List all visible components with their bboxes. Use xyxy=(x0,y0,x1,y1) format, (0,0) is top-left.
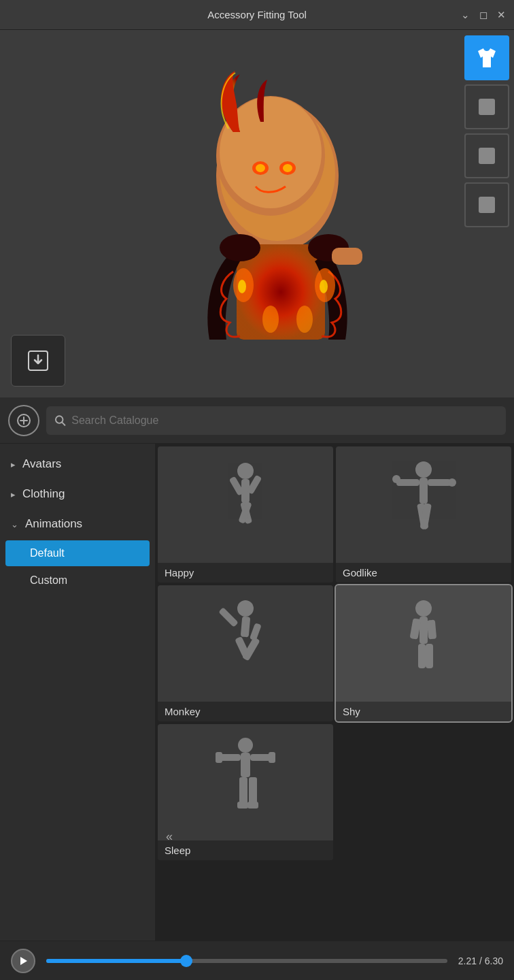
viewport xyxy=(0,30,514,397)
svg-rect-55 xyxy=(216,752,222,763)
svg-rect-20 xyxy=(479,148,495,164)
sidebar-item-animations[interactable]: ⌄ Animations xyxy=(0,509,155,539)
svg-rect-21 xyxy=(479,197,495,213)
chevron-right-icon: ▸ xyxy=(11,459,16,470)
chevron-right-icon-clothing: ▸ xyxy=(11,489,16,500)
main-content: ▸ Avatars ▸ Clothing ⌄ Animations Defaul… xyxy=(0,444,514,941)
grid-item-happy-label: Happy xyxy=(158,563,333,583)
sidebar-subitem-default-label: Default xyxy=(30,547,65,559)
svg-rect-41 xyxy=(218,607,239,627)
svg-point-45 xyxy=(415,600,432,617)
svg-point-51 xyxy=(238,738,253,753)
character-3d-view xyxy=(114,57,400,370)
svg-point-39 xyxy=(237,600,254,617)
happy-figure xyxy=(158,446,333,563)
svg-rect-60 xyxy=(247,802,258,808)
progress-thumb[interactable] xyxy=(180,955,192,967)
play-button[interactable] xyxy=(11,949,35,973)
svg-point-25 xyxy=(237,463,254,479)
svg-marker-61 xyxy=(20,957,27,965)
svg-rect-58 xyxy=(249,777,257,804)
right-panel xyxy=(460,30,514,397)
sleep-figure xyxy=(158,724,333,840)
sidebar-item-clothing-label: Clothing xyxy=(22,487,65,501)
monkey-figure xyxy=(158,585,333,702)
svg-point-10 xyxy=(238,280,246,293)
grid-item-sleep-label: Sleep xyxy=(158,840,333,860)
app-title: Accessory Fitting Tool xyxy=(207,9,307,20)
svg-rect-57 xyxy=(239,777,247,804)
time-display: 2.21 / 6.30 xyxy=(458,956,503,966)
svg-rect-52 xyxy=(241,753,250,777)
svg-point-8 xyxy=(262,306,279,333)
chevron-down-icon-animations: ⌄ xyxy=(11,519,18,529)
svg-point-14 xyxy=(256,164,265,172)
search-bar xyxy=(0,397,514,444)
svg-point-31 xyxy=(415,461,432,478)
animation-grid: Happy Godlike xyxy=(155,444,514,941)
panel-button-2[interactable] xyxy=(464,84,509,129)
add-button[interactable] xyxy=(8,405,39,436)
godlike-figure xyxy=(336,446,511,563)
sidebar: ▸ Avatars ▸ Clothing ⌄ Animations Defaul… xyxy=(0,444,155,941)
svg-rect-47 xyxy=(409,618,421,640)
svg-point-11 xyxy=(320,280,328,293)
clothing-panel-button[interactable] xyxy=(464,35,509,80)
progress-fill xyxy=(46,959,186,963)
close-icon[interactable]: ✕ xyxy=(497,9,506,21)
svg-rect-59 xyxy=(237,802,248,808)
bottom-bar: 2.21 / 6.30 xyxy=(0,941,514,980)
svg-point-15 xyxy=(283,164,292,172)
sidebar-item-avatars[interactable]: ▸ Avatars xyxy=(0,449,155,479)
grid-item-godlike-label: Godlike xyxy=(336,563,511,583)
sidebar-subitem-custom-label: Custom xyxy=(30,574,67,587)
sidebar-subitem-default[interactable]: Default xyxy=(5,540,150,566)
grid-item-happy[interactable]: Happy xyxy=(158,446,333,583)
sidebar-item-clothing[interactable]: ▸ Clothing xyxy=(0,479,155,509)
svg-rect-48 xyxy=(427,619,436,639)
svg-rect-40 xyxy=(241,616,251,637)
grid-item-shy-label: Shy xyxy=(336,702,511,721)
panel-button-4[interactable] xyxy=(464,182,509,227)
svg-point-35 xyxy=(392,475,400,483)
character-svg xyxy=(128,67,386,360)
sidebar-item-animations-label: Animations xyxy=(25,517,82,531)
sidebar-item-avatars-label: Avatars xyxy=(22,457,61,471)
svg-rect-46 xyxy=(419,617,428,644)
svg-point-16 xyxy=(220,234,260,261)
collapse-button[interactable]: « xyxy=(160,827,178,847)
chevron-down-icon[interactable]: ⌄ xyxy=(461,9,470,21)
svg-point-9 xyxy=(296,306,313,333)
search-icon xyxy=(54,414,66,427)
grid-item-monkey[interactable]: Monkey xyxy=(158,585,333,721)
svg-point-36 xyxy=(448,478,456,487)
grid-item-monkey-label: Monkey xyxy=(158,702,333,721)
shy-figure xyxy=(336,585,511,702)
svg-rect-49 xyxy=(418,644,426,668)
panel-button-3[interactable] xyxy=(464,133,509,178)
grid-item-sleep[interactable]: « Sleep xyxy=(158,724,333,860)
export-button[interactable] xyxy=(11,335,65,387)
window-controls: ⌄ ◻ ✕ xyxy=(461,9,506,21)
restore-icon[interactable]: ◻ xyxy=(479,9,487,21)
svg-rect-34 xyxy=(428,479,451,486)
svg-rect-32 xyxy=(419,478,428,504)
title-bar: Accessory Fitting Tool ⌄ ◻ ✕ xyxy=(0,0,514,30)
svg-rect-18 xyxy=(332,248,362,265)
grid-item-shy[interactable]: Shy xyxy=(336,585,511,721)
progress-bar[interactable] xyxy=(46,959,447,963)
grid-item-godlike[interactable]: Godlike xyxy=(336,446,511,583)
search-input-wrapper[interactable] xyxy=(46,406,506,435)
svg-rect-56 xyxy=(269,752,275,763)
search-input[interactable] xyxy=(71,414,498,427)
svg-rect-19 xyxy=(479,99,495,115)
svg-rect-50 xyxy=(426,644,433,668)
sidebar-subitem-custom[interactable]: Custom xyxy=(0,568,155,593)
